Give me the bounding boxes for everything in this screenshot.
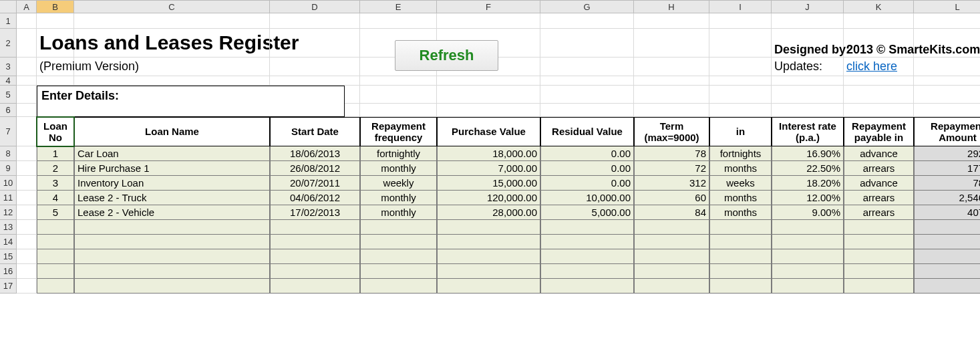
row-header-14[interactable]: 14 [0,235,16,249]
table-cell-empty[interactable] [540,220,634,235]
col-header-start_date[interactable]: Start Date [270,117,360,146]
table-cell-empty[interactable] [74,249,270,264]
table-cell-name[interactable]: Lease 2 - Truck [74,191,270,205]
col-header-repay_freq[interactable]: Repayment frequency [360,117,437,146]
table-cell-empty[interactable] [844,279,914,294]
row-header-6[interactable]: 6 [0,104,16,117]
row-header-11[interactable]: 11 [0,191,16,205]
grid-area[interactable]: Loans and Leases RegisterDesigned by:201… [17,13,980,294]
row-header-4[interactable]: 4 [0,76,16,86]
col-header-I[interactable]: I [709,1,772,13]
table-cell-term[interactable]: 72 [634,161,709,176]
table-cell-rate[interactable]: 9.00% [772,205,844,220]
table-cell-date[interactable]: 04/06/2012 [270,191,360,205]
col-header-J[interactable]: J [772,1,844,13]
table-cell-empty[interactable] [437,279,540,294]
table-cell-pay[interactable]: arrears [844,205,914,220]
table-cell-empty[interactable] [360,264,437,279]
table-cell-name[interactable]: Lease 2 - Vehicle [74,205,270,220]
table-cell-no[interactable]: 1 [37,146,74,161]
table-cell-no[interactable]: 5 [37,205,74,220]
table-cell-in[interactable]: months [709,161,772,176]
table-cell-pv[interactable]: 28,000.00 [437,205,540,220]
table-cell-empty[interactable] [37,264,74,279]
row-header-13[interactable]: 13 [0,220,16,235]
row-header-16[interactable]: 16 [0,264,16,279]
row-header-17[interactable]: 17 [0,279,16,294]
table-cell-freq[interactable]: monthly [360,191,437,205]
row-header-8[interactable]: 8 [0,146,16,161]
table-cell-empty[interactable] [634,249,709,264]
table-cell-empty[interactable] [844,220,914,235]
table-cell-empty[interactable] [270,264,360,279]
col-header-corner[interactable] [0,1,17,13]
table-cell-empty[interactable] [709,235,772,249]
table-cell-empty[interactable] [914,220,980,235]
refresh-button[interactable]: Refresh [395,40,498,71]
col-header-interest[interactable]: Interest rate (p.a.) [772,117,844,146]
table-cell-empty[interactable] [360,235,437,249]
row-header-5[interactable]: 5 [0,86,16,104]
table-cell-empty[interactable] [37,235,74,249]
table-cell-in[interactable]: fortnights [709,146,772,161]
col-header-E[interactable]: E [360,1,437,13]
table-cell-empty[interactable] [540,279,634,294]
table-cell-rate[interactable]: 18.20% [772,176,844,191]
table-cell-no[interactable]: 2 [37,161,74,176]
col-header-loan_no[interactable]: Loan No [37,117,74,146]
table-cell-name[interactable]: Hire Purchase 1 [74,161,270,176]
table-cell-term[interactable]: 60 [634,191,709,205]
table-cell-in[interactable]: months [709,205,772,220]
table-cell-empty[interactable] [540,264,634,279]
table-cell-empty[interactable] [772,279,844,294]
table-cell-rv[interactable]: 0.00 [540,176,634,191]
col-header-term[interactable]: Term (max=9000) [634,117,709,146]
table-cell-no[interactable]: 4 [37,191,74,205]
updates-link[interactable]: click here [846,60,897,74]
table-cell-rv[interactable]: 0.00 [540,146,634,161]
table-cell-amt[interactable]: 78.72 [914,176,980,191]
table-cell-empty[interactable] [844,249,914,264]
table-cell-empty[interactable] [709,264,772,279]
table-cell-date[interactable]: 18/06/2013 [270,146,360,161]
table-cell-empty[interactable] [74,279,270,294]
table-cell-date[interactable]: 26/08/2012 [270,161,360,176]
col-header-B[interactable]: B [37,1,74,13]
col-header-in[interactable]: in [709,117,772,146]
table-cell-empty[interactable] [709,279,772,294]
table-cell-empty[interactable] [844,264,914,279]
table-cell-empty[interactable] [709,249,772,264]
table-cell-freq[interactable]: monthly [360,205,437,220]
table-cell-empty[interactable] [360,279,437,294]
table-cell-empty[interactable] [709,220,772,235]
row-header-10[interactable]: 10 [0,176,16,191]
col-header-purchase_value[interactable]: Purchase Value [437,117,540,146]
table-cell-amt[interactable]: 177.97 [914,161,980,176]
table-cell-term[interactable]: 84 [634,205,709,220]
col-header-C[interactable]: C [74,1,270,13]
table-cell-term[interactable]: 78 [634,146,709,161]
table-cell-empty[interactable] [914,235,980,249]
table-cell-no[interactable]: 3 [37,176,74,191]
col-header-residual_value[interactable]: Residual Value [540,117,634,146]
table-cell-empty[interactable] [634,220,709,235]
table-cell-pv[interactable]: 15,000.00 [437,176,540,191]
col-header-A[interactable]: A [17,1,37,13]
table-cell-in[interactable]: weeks [709,176,772,191]
table-cell-empty[interactable] [634,279,709,294]
table-cell-pv[interactable]: 18,000.00 [437,146,540,161]
table-cell-in[interactable]: months [709,191,772,205]
table-cell-empty[interactable] [634,264,709,279]
table-cell-rate[interactable]: 22.50% [772,161,844,176]
table-cell-empty[interactable] [37,220,74,235]
row-header-7[interactable]: 7 [0,117,16,146]
table-cell-rate[interactable]: 16.90% [772,146,844,161]
table-cell-pay[interactable]: arrears [844,161,914,176]
table-cell-empty[interactable] [540,235,634,249]
table-cell-term[interactable]: 312 [634,176,709,191]
table-cell-empty[interactable] [772,249,844,264]
table-cell-empty[interactable] [37,249,74,264]
table-cell-empty[interactable] [270,235,360,249]
table-cell-date[interactable]: 20/07/2011 [270,176,360,191]
table-cell-empty[interactable] [914,264,980,279]
